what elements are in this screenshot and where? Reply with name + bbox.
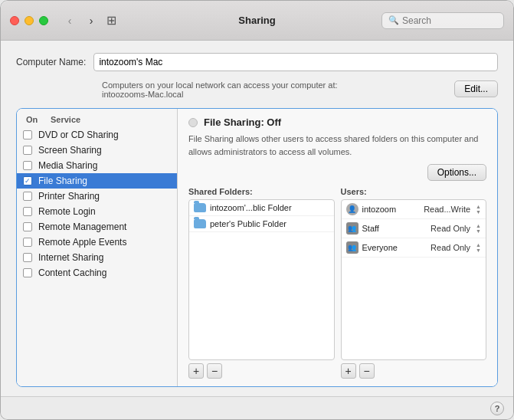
- user-icon: 👤: [346, 203, 358, 215]
- nav-buttons: ‹ ›: [61, 11, 100, 30]
- sidebar-label-file-sharing: File Sharing: [38, 176, 171, 186]
- main-panel: On Service DVD or CD Sharing Screen Shar…: [16, 108, 498, 387]
- group-icon: 👥: [346, 241, 358, 254]
- sidebar-header-service: Service: [51, 115, 168, 124]
- users-panel: Users: 👤 intozoom Read...Write ▲▼: [341, 187, 487, 379]
- computer-name-input[interactable]: [93, 53, 498, 71]
- folder-icon: [194, 203, 206, 212]
- checkbox-dvd-cd-sharing[interactable]: [23, 130, 32, 139]
- local-address-text: Computers on your local network can acce…: [16, 80, 447, 99]
- checkbox-printer-sharing[interactable]: [23, 192, 32, 201]
- sidebar-label-remote-management: Remote Management: [38, 221, 171, 232]
- folder-name: intozoom'...blic Folder: [210, 203, 292, 212]
- user-permission: Read Only: [431, 224, 470, 233]
- status-indicator: [188, 118, 198, 127]
- checkbox-file-sharing[interactable]: [23, 176, 32, 185]
- edit-button[interactable]: Edit...: [454, 80, 498, 97]
- checkbox-media-sharing[interactable]: [23, 161, 32, 170]
- list-item[interactable]: 👤 intozoom Read...Write ▲▼: [342, 200, 486, 219]
- sidebar: On Service DVD or CD Sharing Screen Shar…: [17, 109, 178, 386]
- titlebar: ‹ › ⊞ Sharing 🔍: [1, 1, 513, 41]
- sidebar-item-printer-sharing[interactable]: Printer Sharing: [17, 189, 177, 204]
- users-list: 👤 intozoom Read...Write ▲▼ 👥 Staff Read …: [341, 199, 487, 360]
- computer-name-label: Computer Name:: [16, 57, 86, 67]
- add-user-button[interactable]: +: [341, 363, 356, 379]
- right-panel: File Sharing: Off File Sharing allows ot…: [178, 109, 497, 386]
- local-address-row: Computers on your local network can acce…: [16, 80, 498, 99]
- checkbox-content-caching[interactable]: [23, 268, 32, 277]
- sidebar-item-media-sharing[interactable]: Media Sharing: [17, 158, 177, 173]
- checkbox-remote-login[interactable]: [23, 207, 32, 216]
- sharing-description: File Sharing allows other users to acces…: [188, 133, 486, 158]
- sidebar-item-remote-login[interactable]: Remote Login: [17, 204, 177, 219]
- group-icon: 👥: [346, 222, 358, 235]
- sidebar-header-on: On: [26, 115, 51, 124]
- back-button[interactable]: ‹: [61, 11, 79, 30]
- search-input[interactable]: [402, 15, 497, 26]
- checkbox-screen-sharing[interactable]: [23, 146, 32, 155]
- list-item[interactable]: peter's Public Folder: [189, 216, 334, 232]
- sidebar-item-file-sharing[interactable]: File Sharing: [17, 173, 177, 189]
- user-name: intozoom: [362, 205, 421, 214]
- sharing-status-row: File Sharing: Off: [188, 116, 486, 128]
- sharing-title: File Sharing: Off: [204, 116, 281, 128]
- grid-icon[interactable]: ⊞: [106, 13, 116, 28]
- checkbox-remote-management[interactable]: [23, 222, 32, 231]
- user-name: Staff: [362, 224, 427, 233]
- sidebar-label-screen-sharing: Screen Sharing: [38, 145, 171, 156]
- users-header: Users:: [341, 187, 487, 196]
- sidebar-header: On Service: [17, 112, 177, 127]
- sidebar-item-remote-apple-events[interactable]: Remote Apple Events: [17, 235, 177, 250]
- shared-folders-header: Shared Folders:: [188, 187, 335, 196]
- remove-user-button[interactable]: −: [359, 363, 375, 379]
- add-folder-button[interactable]: +: [188, 363, 204, 379]
- traffic-lights: [10, 16, 48, 25]
- close-button[interactable]: [10, 16, 19, 25]
- forward-button[interactable]: ›: [82, 11, 100, 30]
- user-permission: Read Only: [431, 243, 470, 252]
- sidebar-label-media-sharing: Media Sharing: [38, 160, 171, 171]
- sidebar-item-remote-management[interactable]: Remote Management: [17, 219, 177, 235]
- sidebar-label-remote-apple-events: Remote Apple Events: [38, 237, 171, 248]
- sidebar-label-dvd-cd-sharing: DVD or CD Sharing: [38, 130, 171, 140]
- permission-stepper[interactable]: ▲▼: [476, 223, 481, 234]
- permission-stepper[interactable]: ▲▼: [476, 242, 481, 253]
- list-item[interactable]: intozoom'...blic Folder: [189, 200, 334, 216]
- users-controls: + −: [341, 363, 487, 379]
- list-item[interactable]: 👥 Everyone Read Only ▲▼: [342, 238, 486, 258]
- sidebar-item-screen-sharing[interactable]: Screen Sharing: [17, 143, 177, 158]
- sidebar-label-internet-sharing: Internet Sharing: [38, 252, 171, 263]
- user-permission: Read...Write: [424, 205, 470, 214]
- sidebar-label-remote-login: Remote Login: [38, 206, 171, 217]
- search-icon: 🔍: [388, 15, 399, 25]
- help-button[interactable]: ?: [490, 402, 504, 415]
- bottom-bar: ?: [1, 396, 513, 419]
- window: ‹ › ⊞ Sharing 🔍 Computer Name: Computers…: [0, 0, 514, 420]
- remove-folder-button[interactable]: −: [207, 363, 222, 379]
- folders-users-panel: Shared Folders: intozoom'...blic Folder …: [188, 187, 486, 379]
- folders-panel: Shared Folders: intozoom'...blic Folder …: [188, 187, 335, 379]
- maximize-button[interactable]: [39, 16, 48, 25]
- window-title: Sharing: [238, 15, 275, 26]
- sidebar-label-printer-sharing: Printer Sharing: [38, 191, 171, 202]
- computer-name-row: Computer Name:: [16, 53, 498, 71]
- list-item[interactable]: 👥 Staff Read Only ▲▼: [342, 219, 486, 238]
- checkbox-remote-apple-events[interactable]: [23, 238, 32, 247]
- sidebar-item-internet-sharing[interactable]: Internet Sharing: [17, 250, 177, 265]
- folder-icon: [194, 219, 206, 228]
- sidebar-item-content-caching[interactable]: Content Caching: [17, 265, 177, 281]
- options-button[interactable]: Options...: [427, 164, 486, 181]
- minimize-button[interactable]: [25, 16, 34, 25]
- permission-stepper[interactable]: ▲▼: [476, 204, 481, 215]
- folders-controls: + −: [188, 363, 335, 379]
- content: Computer Name: Computers on your local n…: [1, 41, 513, 396]
- search-box[interactable]: 🔍: [381, 12, 504, 29]
- sidebar-item-dvd-cd-sharing[interactable]: DVD or CD Sharing: [17, 127, 177, 143]
- folder-name: peter's Public Folder: [210, 219, 286, 228]
- options-row: Options...: [188, 164, 486, 181]
- shared-folders-list: intozoom'...blic Folder peter's Public F…: [188, 199, 335, 360]
- user-name: Everyone: [362, 243, 427, 252]
- checkbox-internet-sharing[interactable]: [23, 253, 32, 262]
- sidebar-label-content-caching: Content Caching: [38, 267, 171, 278]
